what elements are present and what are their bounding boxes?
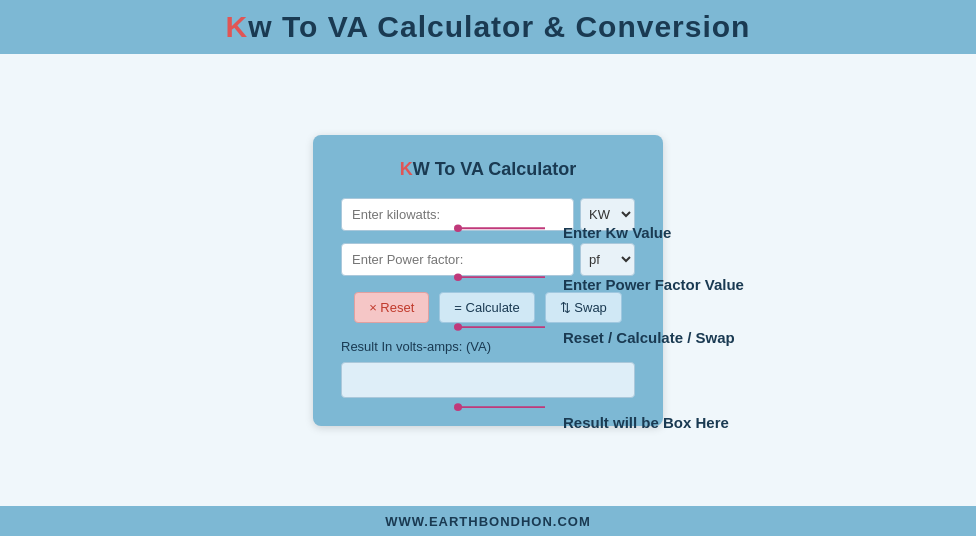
calculator-title: KW To VA Calculator: [341, 159, 635, 180]
power-factor-row: pf: [341, 243, 635, 276]
pf-unit-select[interactable]: pf: [580, 243, 635, 276]
calculate-button[interactable]: = Calculate: [439, 292, 534, 323]
header-bar: Kw To VA Calculator & Conversion: [0, 0, 976, 54]
main-content: KW To VA Calculator KW pf × Reset = Calc…: [0, 54, 976, 506]
title-rest: w To VA Calculator & Conversion: [248, 10, 750, 43]
calc-title-k: K: [400, 159, 413, 179]
annotation-buttons: Reset / Calculate / Swap: [555, 329, 735, 347]
footer-bar: WWW.EARTHBONDHON.COM: [0, 506, 976, 536]
title-k: K: [226, 10, 249, 43]
annotation-power-factor: Enter Power Factor Value: [555, 276, 744, 294]
reset-button[interactable]: × Reset: [354, 292, 429, 323]
buttons-row: × Reset = Calculate ⇅ Swap: [341, 292, 635, 323]
footer-url: WWW.EARTHBONDHON.COM: [385, 514, 591, 529]
swap-button[interactable]: ⇅ Swap: [545, 292, 622, 323]
annotation-result: Result will be Box Here: [555, 414, 729, 432]
kilowatts-input[interactable]: [341, 198, 574, 231]
calc-title-rest: W To VA Calculator: [413, 159, 577, 179]
annotation-kw-value: Enter Kw Value: [555, 224, 671, 242]
power-factor-input[interactable]: [341, 243, 574, 276]
result-box: [341, 362, 635, 398]
page-title: Kw To VA Calculator & Conversion: [20, 10, 956, 44]
